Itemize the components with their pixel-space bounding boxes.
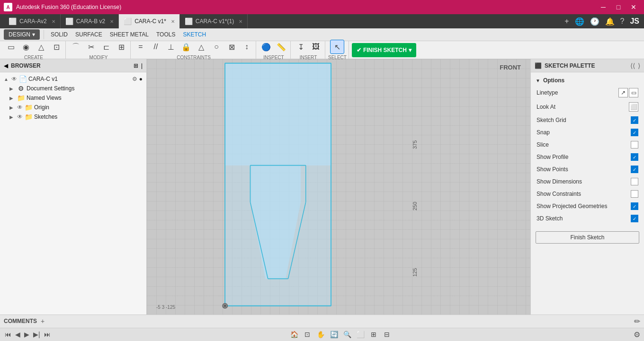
browser-toggle-icon[interactable]: ◀ xyxy=(4,62,8,69)
option-row-show-constraints: Show Constraints xyxy=(531,188,644,200)
tool-trim[interactable]: ✂ xyxy=(84,40,98,54)
tab-cara-cv1-1[interactable]: ⬜ CARA-C v1*(1) ✕ xyxy=(180,14,248,28)
tab-label: CARA-C v1* xyxy=(134,18,166,25)
browser-expand-icon[interactable]: ⊞ xyxy=(134,62,138,69)
tree-visibility-icon[interactable]: 👁 xyxy=(17,114,23,120)
nav-last-button[interactable]: ⏭ xyxy=(43,330,52,339)
menu-sheet-metal[interactable]: SHEET METAL xyxy=(107,30,152,39)
tool-insert[interactable]: ↧ xyxy=(294,40,308,54)
tree-visibility-icon[interactable]: 👁 xyxy=(11,76,17,82)
tree-item-sketches[interactable]: ▶ 👁 📁 Sketches xyxy=(0,112,146,122)
tree-item-icon: 📁 xyxy=(17,94,25,102)
menu-tools[interactable]: TOOLS xyxy=(153,30,178,39)
tool-more[interactable]: ↕ xyxy=(240,40,254,54)
tool-perpendicular[interactable]: ⊥ xyxy=(164,40,178,54)
notification-button[interactable]: 🔔 xyxy=(603,16,617,27)
nav-prev-button[interactable]: ◀ xyxy=(14,330,21,339)
tool-triangle[interactable]: △ xyxy=(34,40,48,54)
tool-rectangle[interactable]: ▭ xyxy=(4,40,18,54)
checkbox-snap[interactable] xyxy=(631,129,638,136)
history-button[interactable]: 🕐 xyxy=(588,16,601,27)
tool-equal[interactable]: = xyxy=(134,40,148,54)
view-orbit-button[interactable]: 🔄 xyxy=(328,329,340,340)
palette-collapse-right[interactable]: ⟩ xyxy=(638,62,640,70)
minimize-button[interactable]: ─ xyxy=(597,2,610,12)
checkbox-show-points[interactable] xyxy=(631,166,638,173)
tab-close-icon[interactable]: ✕ xyxy=(52,19,55,24)
comments-add-icon[interactable]: + xyxy=(41,317,45,325)
tab-search-button[interactable]: 🌐 xyxy=(573,16,586,27)
tree-more-icon[interactable]: ● xyxy=(139,76,143,82)
finish-sketch-palette-button[interactable]: Finish Sketch xyxy=(536,231,639,244)
tree-item-icon: 📁 xyxy=(25,104,32,111)
tool-lock[interactable]: 🔒 xyxy=(179,40,193,54)
tab-cara-av2[interactable]: ⬜ CARA-Av2 ✕ xyxy=(4,14,61,28)
tree-visibility-icon[interactable]: 👁 xyxy=(17,104,23,111)
checkbox-sketch-grid[interactable] xyxy=(631,116,638,124)
view-zoom-button[interactable]: 🔍 xyxy=(341,329,353,340)
tool-offset[interactable]: ⊞ xyxy=(114,40,128,54)
tool-arc[interactable]: ⌒ xyxy=(69,40,83,54)
tool-angle[interactable]: △ xyxy=(194,40,208,54)
comments-bar: COMMENTS + ✏ xyxy=(0,315,644,328)
view-fit-button[interactable]: ⊡ xyxy=(301,329,313,340)
tree-arrow-icon: ▶ xyxy=(9,114,15,120)
checkbox-show-constraints[interactable] xyxy=(631,190,638,198)
options-header[interactable]: ▼ Options xyxy=(531,75,644,86)
browser-pin-icon[interactable]: | xyxy=(141,62,143,69)
view-grid-button[interactable]: ⊞ xyxy=(367,329,380,340)
tree-arrow-icon: ▶ xyxy=(9,86,15,91)
close-button[interactable]: ✕ xyxy=(627,2,640,12)
tree-item-cara-c-v1[interactable]: ▲ 👁 📄 CARA-C v1 ⚙ ● xyxy=(0,74,146,84)
help-button[interactable]: ? xyxy=(618,16,626,26)
menu-sketch[interactable]: SKETCH xyxy=(180,30,209,39)
tab-close-icon[interactable]: ✕ xyxy=(171,19,175,24)
design-dropdown[interactable]: DESIGN ▾ xyxy=(4,29,40,40)
view-more-button[interactable]: ⊟ xyxy=(381,329,393,340)
tree-item-origin[interactable]: ▶ 👁 📁 Origin xyxy=(0,103,146,112)
view-home-button[interactable]: 🏠 xyxy=(288,329,300,340)
checkbox-show-profile[interactable] xyxy=(631,153,638,161)
palette-collapse-left[interactable]: ⟨⟨ xyxy=(630,62,635,70)
linetype-btn-1[interactable]: ↗ xyxy=(618,88,628,97)
tree-item-label: CARA-C v1 xyxy=(28,76,130,82)
new-tab-button[interactable]: + xyxy=(563,16,571,26)
tool-parallel[interactable]: // xyxy=(149,40,163,54)
tool-image[interactable]: 🖼 xyxy=(309,40,323,54)
tree-item-document-settings[interactable]: ▶ ⚙ Document Settings xyxy=(0,84,146,93)
tool-point[interactable]: ⊡ xyxy=(49,40,63,54)
settings-icon[interactable]: ⚙ xyxy=(634,330,640,339)
tool-ruler[interactable]: 📏 xyxy=(274,40,288,54)
tool-select[interactable]: ↖ xyxy=(330,40,344,54)
tool-circle2[interactable]: ○ xyxy=(209,40,224,54)
tab-close-icon[interactable]: ✕ xyxy=(110,19,114,24)
tool-mirror[interactable]: ⊠ xyxy=(224,40,239,54)
checkbox-show-projected[interactable] xyxy=(631,202,638,210)
nav-next-button[interactable]: ▶| xyxy=(32,330,41,339)
tool-measure[interactable]: 🔵 xyxy=(259,40,273,54)
look-at-button[interactable]: ⬜ xyxy=(629,102,638,112)
checkbox-show-dimensions[interactable] xyxy=(631,178,638,185)
tab-cara-bv2[interactable]: ⬜ CARA-B v2 ✕ xyxy=(61,14,119,28)
checkbox-slice[interactable] xyxy=(631,141,638,149)
nav-first-button[interactable]: ⏮ xyxy=(4,330,12,339)
canvas-area[interactable]: FRONT 375 250 125 xyxy=(147,59,530,315)
nav-play-button[interactable]: ▶ xyxy=(23,330,30,339)
linetype-btn-2[interactable]: ▭ xyxy=(629,88,638,97)
maximize-button[interactable]: □ xyxy=(612,2,625,12)
tool-extend[interactable]: ⊏ xyxy=(99,40,113,54)
user-button[interactable]: JS xyxy=(628,16,641,26)
view-pan-button[interactable]: ✋ xyxy=(314,329,327,340)
design-label: DESIGN xyxy=(9,31,30,38)
annotation-icon[interactable]: ✏ xyxy=(634,317,640,326)
tree-settings-icon[interactable]: ⚙ xyxy=(132,76,137,82)
view-display-button[interactable]: ⬜ xyxy=(354,329,367,340)
tab-cara-cv1[interactable]: ⬜ CARA-C v1* ✕ xyxy=(119,14,180,28)
finish-sketch-toolbar-button[interactable]: ✔ FINISH SKETCH ▾ xyxy=(352,43,416,57)
tool-circle[interactable]: ◉ xyxy=(19,40,33,54)
menu-solid[interactable]: SOLID xyxy=(48,30,71,39)
menu-surface[interactable]: SURFACE xyxy=(72,30,105,39)
checkbox-3d-sketch[interactable] xyxy=(631,215,638,222)
tab-close-icon[interactable]: ✕ xyxy=(239,19,242,24)
tree-item-named-views[interactable]: ▶ 📁 Named Views xyxy=(0,93,146,103)
